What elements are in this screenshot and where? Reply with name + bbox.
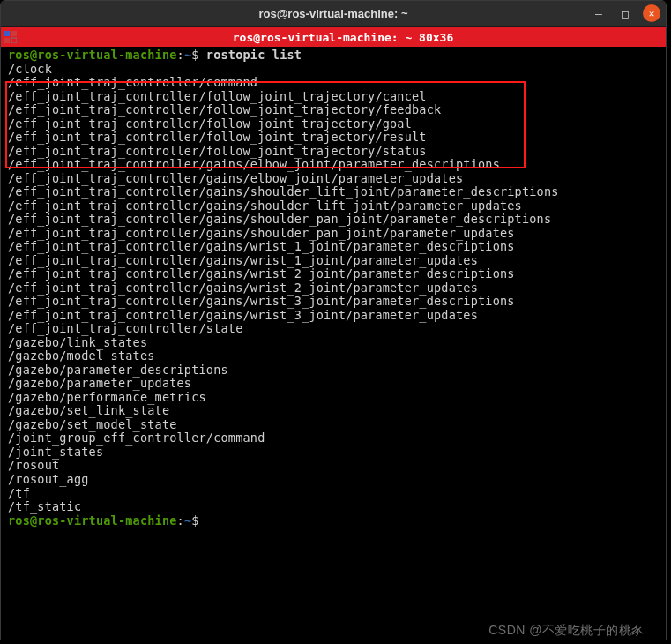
prompt-line: ros@ros-virtual-machine:~$ rostopic list <box>8 49 659 63</box>
terminator-icon[interactable] <box>1 27 20 47</box>
output-line: /eff_joint_traj_controller/gains/wrist_2… <box>8 267 659 281</box>
output-line: /gazebo/set_model_state <box>8 418 659 432</box>
svg-rect-3 <box>11 38 17 43</box>
output-line: /joint_group_eff_controller/command <box>8 431 659 446</box>
output-line: /eff_joint_traj_controller/follow_joint_… <box>8 131 659 145</box>
output-line: /gazebo/link_states <box>8 336 659 350</box>
output-line: /eff_joint_traj_controller/gains/wrist_2… <box>8 281 659 296</box>
output-line: /joint_states <box>8 446 659 460</box>
window-controls: – □ ✕ <box>590 4 660 22</box>
output-line: /clock <box>8 63 659 77</box>
svg-rect-0 <box>4 31 10 36</box>
output-line: /eff_joint_traj_controller/gains/wrist_1… <box>8 254 659 268</box>
svg-rect-2 <box>4 38 10 43</box>
tab-title: ros@ros-virtual-machine: ~ 80x36 <box>20 31 666 44</box>
terminal-window: ros@ros-virtual-machine: ~ – □ ✕ ros@ros… <box>0 0 667 640</box>
svg-rect-1 <box>11 31 17 36</box>
output-line: /eff_joint_traj_controller/command <box>8 76 659 90</box>
window-title: ros@ros-virtual-machine: ~ <box>258 7 407 20</box>
output-line: /eff_joint_traj_controller/gains/shoulde… <box>8 227 659 241</box>
window-titlebar[interactable]: ros@ros-virtual-machine: ~ – □ ✕ <box>1 1 666 27</box>
terminal-tab-bar: ros@ros-virtual-machine: ~ 80x36 <box>1 27 666 47</box>
output-line: /eff_joint_traj_controller/gains/elbow_j… <box>8 172 659 186</box>
output-line: /eff_joint_traj_controller/follow_joint_… <box>8 103 659 117</box>
prompt-path: ~ <box>184 48 191 62</box>
output-line: /gazebo/model_states <box>8 349 659 363</box>
output-line: /gazebo/set_link_state <box>8 404 659 418</box>
maximize-button[interactable]: □ <box>616 7 634 20</box>
output-line: /eff_joint_traj_controller/gains/shoulde… <box>8 213 659 227</box>
command-text: rostopic list <box>206 48 302 62</box>
output-line: /rosout <box>8 459 659 473</box>
prompt-user-host: ros@ros-virtual-machine <box>8 48 177 62</box>
output-line: /eff_joint_traj_controller/follow_joint_… <box>8 90 659 104</box>
command-output: /clock/eff_joint_traj_controller/command… <box>8 63 659 514</box>
output-line: /gazebo/performance_metrics <box>8 391 659 405</box>
minimize-button[interactable]: – <box>590 7 608 20</box>
terminal-body[interactable]: ros@ros-virtual-machine:~$ rostopic list… <box>1 47 666 529</box>
output-line: /gazebo/parameter_descriptions <box>8 363 659 378</box>
output-line: /eff_joint_traj_controller/gains/shoulde… <box>8 199 659 213</box>
output-line: /eff_joint_traj_controller/gains/wrist_1… <box>8 240 659 254</box>
close-button[interactable]: ✕ <box>643 4 660 22</box>
output-line: /rosout_agg <box>8 473 659 487</box>
output-line: /eff_joint_traj_controller/gains/wrist_3… <box>8 309 659 323</box>
output-line: /eff_joint_traj_controller/state <box>8 322 659 336</box>
output-line: /tf <box>8 487 659 501</box>
output-line: /eff_joint_traj_controller/gains/elbow_j… <box>8 158 659 172</box>
output-line: /gazebo/parameter_updates <box>8 377 659 391</box>
prompt-line-2: ros@ros-virtual-machine:~$ <box>8 514 659 528</box>
output-line: /eff_joint_traj_controller/gains/wrist_3… <box>8 295 659 309</box>
output-line: /eff_joint_traj_controller/follow_joint_… <box>8 117 659 131</box>
output-line: /eff_joint_traj_controller/follow_joint_… <box>8 145 659 159</box>
watermark-text: CSDN @不爱吃桃子的桃豕 <box>488 623 645 639</box>
output-line: /tf_static <box>8 500 659 514</box>
output-line: /eff_joint_traj_controller/gains/shoulde… <box>8 185 659 199</box>
